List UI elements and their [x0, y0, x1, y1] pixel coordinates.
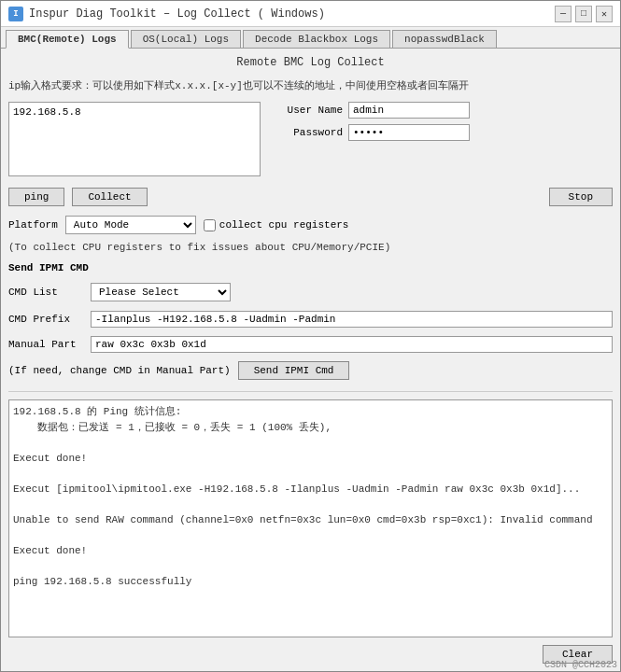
- cmd-list-row: CMD List Please Select: [8, 283, 613, 301]
- cpu-registers-checkbox-label[interactable]: collect cpu registers: [204, 219, 349, 231]
- stop-button[interactable]: Stop: [549, 188, 613, 206]
- clear-btn-row: Clear: [8, 645, 613, 664]
- tab-bmc-remote-logs[interactable]: BMC(Remote) Logs: [6, 30, 129, 49]
- manual-part-label: Manual Part: [8, 339, 83, 350]
- username-input[interactable]: [348, 102, 470, 119]
- cpu-registers-label: collect cpu registers: [219, 219, 349, 231]
- ip-input[interactable]: 192.168.5.8: [8, 102, 261, 176]
- ip-credentials-row: 192.168.5.8 User Name Password: [8, 102, 613, 176]
- cpu-registers-checkbox[interactable]: [204, 219, 216, 231]
- send-ipmi-title: Send IPMI CMD: [8, 262, 613, 273]
- action-buttons-row: ping Collect Stop: [8, 188, 613, 206]
- tab-bar: BMC(Remote) Logs OS(Local) Logs Decode B…: [1, 27, 620, 49]
- ping-button[interactable]: ping: [8, 188, 64, 206]
- cmd-list-label: CMD List: [8, 287, 83, 298]
- maximize-button[interactable]: □: [575, 6, 592, 22]
- password-input[interactable]: [348, 124, 470, 141]
- cpu-hint: (To collect CPU registers to fix issues …: [8, 242, 613, 253]
- collect-button[interactable]: Collect: [72, 188, 147, 206]
- log-area-container: 192.168.5.8 的 Ping 统计信息: 数据包：已发送 = 1，已接收…: [8, 399, 613, 637]
- cmd-prefix-label: CMD Prefix: [8, 314, 83, 325]
- title-bar: I Inspur Diag Toolkit – Log Collect ( Wi…: [1, 1, 620, 27]
- main-window: I Inspur Diag Toolkit – Log Collect ( Wi…: [0, 0, 621, 672]
- platform-select[interactable]: Auto Mode Manual Mode: [65, 216, 196, 234]
- manual-part-input[interactable]: [91, 336, 613, 353]
- title-bar-controls: — □ ✕: [555, 6, 613, 22]
- tab-os-local-logs[interactable]: OS(Local) Logs: [131, 30, 241, 48]
- cmd-prefix-row: CMD Prefix: [8, 311, 613, 328]
- log-output[interactable]: 192.168.5.8 的 Ping 统计信息: 数据包：已发送 = 1，已接收…: [9, 400, 612, 637]
- cmd-list-select[interactable]: Please Select: [91, 283, 231, 301]
- username-label: User Name: [268, 105, 343, 116]
- tab-decode-blackbox-logs[interactable]: Decode Blackbox Logs: [243, 30, 390, 48]
- title-bar-left: I Inspur Diag Toolkit – Log Collect ( Wi…: [8, 7, 325, 21]
- platform-row: Platform Auto Mode Manual Mode collect c…: [8, 216, 613, 234]
- send-ipmi-btn-row: (If need, change CMD in Manual Part) Sen…: [8, 361, 613, 380]
- cmd-prefix-input[interactable]: [91, 311, 613, 328]
- divider: [8, 391, 613, 392]
- ip-hint: ip输入格式要求：可以使用如下样式x.x.x.[x-y]也可以不连续的地址，中间…: [8, 78, 613, 92]
- platform-label: Platform: [8, 219, 58, 231]
- watermark: CSDN @CCH2023: [544, 660, 617, 670]
- send-ipmi-button[interactable]: Send IPMI Cmd: [238, 361, 350, 380]
- app-icon: I: [8, 7, 23, 21]
- username-row: User Name: [268, 102, 613, 119]
- minimize-button[interactable]: —: [555, 6, 572, 22]
- tab-nopasswd-black[interactable]: nopasswdBlack: [392, 30, 497, 48]
- credentials-panel: User Name Password: [268, 102, 613, 176]
- close-button[interactable]: ✕: [596, 6, 613, 22]
- section-title: Remote BMC Log Collect: [8, 56, 613, 69]
- send-ipmi-hint: (If need, change CMD in Manual Part): [8, 365, 231, 376]
- manual-part-row: Manual Part: [8, 336, 613, 353]
- window-title: Inspur Diag Toolkit – Log Collect ( Wind…: [29, 7, 325, 21]
- password-label: Password: [268, 127, 343, 138]
- main-content: Remote BMC Log Collect ip输入格式要求：可以使用如下样式…: [1, 49, 620, 671]
- password-row: Password: [268, 124, 613, 141]
